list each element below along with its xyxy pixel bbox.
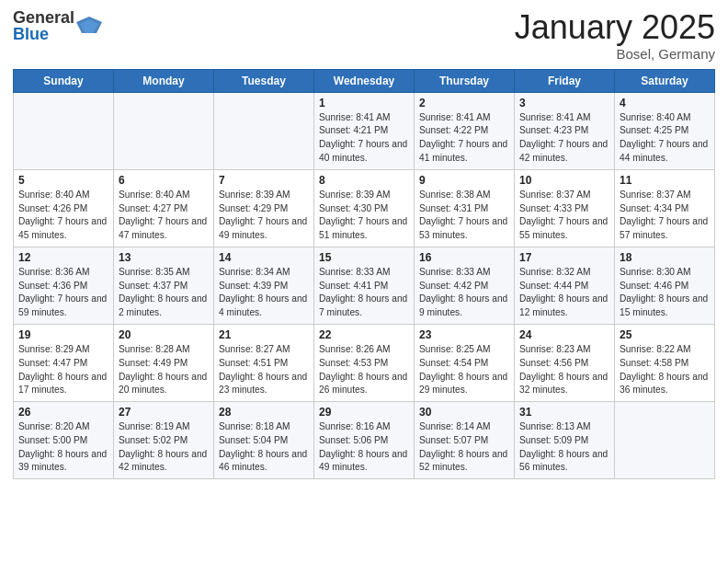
day-cell: 25Sunrise: 8:22 AM Sunset: 4:58 PM Dayli…: [615, 324, 715, 401]
page-container: General Blue January 2025 Bosel, Germany…: [0, 0, 728, 492]
day-info: Sunrise: 8:27 AM Sunset: 4:51 PM Dayligh…: [219, 343, 309, 397]
day-cell: 12Sunrise: 8:36 AM Sunset: 4:36 PM Dayli…: [14, 247, 114, 324]
day-cell: 30Sunrise: 8:14 AM Sunset: 5:07 PM Dayli…: [415, 402, 515, 479]
logo-blue: Blue: [13, 26, 74, 42]
day-number: 11: [620, 174, 710, 187]
day-cell: 13Sunrise: 8:35 AM Sunset: 4:37 PM Dayli…: [114, 247, 214, 324]
day-info: Sunrise: 8:33 AM Sunset: 4:42 PM Dayligh…: [419, 266, 509, 320]
day-cell: 27Sunrise: 8:19 AM Sunset: 5:02 PM Dayli…: [114, 402, 214, 479]
logo-icon: [76, 13, 102, 39]
day-cell: 20Sunrise: 8:28 AM Sunset: 4:49 PM Dayli…: [114, 324, 214, 401]
day-number: 14: [219, 251, 309, 264]
day-info: Sunrise: 8:30 AM Sunset: 4:46 PM Dayligh…: [620, 266, 710, 320]
day-number: 23: [419, 328, 509, 341]
day-number: 10: [519, 174, 609, 187]
day-info: Sunrise: 8:14 AM Sunset: 5:07 PM Dayligh…: [419, 420, 509, 475]
day-info: Sunrise: 8:37 AM Sunset: 4:33 PM Dayligh…: [519, 189, 609, 243]
day-number: 15: [319, 251, 409, 264]
day-info: Sunrise: 8:16 AM Sunset: 5:06 PM Dayligh…: [319, 420, 409, 475]
day-cell: 23Sunrise: 8:25 AM Sunset: 4:54 PM Dayli…: [415, 324, 515, 401]
day-cell: 6Sunrise: 8:40 AM Sunset: 4:27 PM Daylig…: [114, 169, 214, 247]
week-row-2: 12Sunrise: 8:36 AM Sunset: 4:36 PM Dayli…: [14, 247, 715, 324]
day-number: 17: [519, 251, 609, 264]
day-cell: 2Sunrise: 8:41 AM Sunset: 4:22 PM Daylig…: [415, 92, 515, 169]
day-info: Sunrise: 8:25 AM Sunset: 4:54 PM Dayligh…: [419, 343, 509, 397]
logo-general: General: [13, 9, 74, 26]
day-info: Sunrise: 8:39 AM Sunset: 4:29 PM Dayligh…: [219, 189, 309, 243]
calendar-table: Sunday Monday Tuesday Wednesday Thursday…: [13, 69, 715, 480]
day-cell: 1Sunrise: 8:41 AM Sunset: 4:21 PM Daylig…: [314, 92, 415, 169]
week-row-1: 5Sunrise: 8:40 AM Sunset: 4:26 PM Daylig…: [14, 169, 715, 247]
day-number: 31: [519, 406, 609, 419]
day-cell: 5Sunrise: 8:40 AM Sunset: 4:26 PM Daylig…: [14, 169, 114, 247]
day-cell: [114, 92, 214, 169]
col-sunday: Sunday: [14, 69, 114, 92]
day-cell: 11Sunrise: 8:37 AM Sunset: 4:34 PM Dayli…: [615, 169, 715, 247]
day-number: 28: [219, 406, 309, 419]
day-number: 2: [419, 97, 509, 109]
day-cell: 31Sunrise: 8:13 AM Sunset: 5:09 PM Dayli…: [515, 402, 615, 479]
day-cell: 29Sunrise: 8:16 AM Sunset: 5:06 PM Dayli…: [314, 402, 415, 479]
day-cell: 21Sunrise: 8:27 AM Sunset: 4:51 PM Dayli…: [214, 324, 314, 401]
calendar-title: January 2025: [515, 9, 715, 46]
day-cell: 15Sunrise: 8:33 AM Sunset: 4:41 PM Dayli…: [314, 247, 415, 324]
week-row-4: 26Sunrise: 8:20 AM Sunset: 5:00 PM Dayli…: [14, 402, 715, 479]
day-number: 1: [319, 97, 409, 109]
day-info: Sunrise: 8:41 AM Sunset: 4:21 PM Dayligh…: [319, 111, 409, 166]
day-cell: 9Sunrise: 8:38 AM Sunset: 4:31 PM Daylig…: [415, 169, 515, 247]
day-info: Sunrise: 8:32 AM Sunset: 4:44 PM Dayligh…: [519, 266, 609, 320]
page-header: General Blue January 2025 Bosel, Germany: [13, 9, 715, 62]
title-block: January 2025 Bosel, Germany: [515, 9, 715, 62]
day-info: Sunrise: 8:22 AM Sunset: 4:58 PM Dayligh…: [620, 343, 710, 397]
day-info: Sunrise: 8:33 AM Sunset: 4:41 PM Dayligh…: [319, 266, 409, 320]
col-wednesday: Wednesday: [314, 69, 415, 92]
col-tuesday: Tuesday: [214, 69, 314, 92]
day-number: 24: [519, 328, 609, 341]
day-number: 5: [18, 174, 108, 187]
day-number: 12: [18, 251, 108, 264]
day-info: Sunrise: 8:34 AM Sunset: 4:39 PM Dayligh…: [219, 266, 309, 320]
day-info: Sunrise: 8:36 AM Sunset: 4:36 PM Dayligh…: [18, 266, 108, 320]
day-number: 18: [620, 251, 710, 264]
day-info: Sunrise: 8:35 AM Sunset: 4:37 PM Dayligh…: [119, 266, 209, 320]
day-info: Sunrise: 8:40 AM Sunset: 4:27 PM Dayligh…: [119, 189, 209, 243]
col-saturday: Saturday: [615, 69, 715, 92]
day-cell: 7Sunrise: 8:39 AM Sunset: 4:29 PM Daylig…: [214, 169, 314, 247]
day-number: 3: [519, 97, 609, 109]
day-cell: 14Sunrise: 8:34 AM Sunset: 4:39 PM Dayli…: [214, 247, 314, 324]
day-info: Sunrise: 8:26 AM Sunset: 4:53 PM Dayligh…: [319, 343, 409, 397]
day-info: Sunrise: 8:23 AM Sunset: 4:56 PM Dayligh…: [519, 343, 609, 397]
day-info: Sunrise: 8:20 AM Sunset: 5:00 PM Dayligh…: [18, 420, 108, 475]
day-number: 27: [119, 406, 209, 419]
day-cell: [214, 92, 314, 169]
day-number: 25: [620, 328, 710, 341]
day-number: 6: [119, 174, 209, 187]
col-monday: Monday: [114, 69, 214, 92]
day-cell: 3Sunrise: 8:41 AM Sunset: 4:23 PM Daylig…: [515, 92, 615, 169]
day-number: 30: [419, 406, 509, 419]
day-number: 13: [119, 251, 209, 264]
week-row-0: 1Sunrise: 8:41 AM Sunset: 4:21 PM Daylig…: [14, 92, 715, 169]
day-number: 8: [319, 174, 409, 187]
day-number: 19: [18, 328, 108, 341]
day-info: Sunrise: 8:39 AM Sunset: 4:30 PM Dayligh…: [319, 189, 409, 243]
day-number: 21: [219, 328, 309, 341]
day-cell: 24Sunrise: 8:23 AM Sunset: 4:56 PM Dayli…: [515, 324, 615, 401]
day-number: 29: [319, 406, 409, 419]
day-info: Sunrise: 8:28 AM Sunset: 4:49 PM Dayligh…: [119, 343, 209, 397]
logo: General Blue: [13, 9, 102, 42]
day-number: 16: [419, 251, 509, 264]
day-cell: 18Sunrise: 8:30 AM Sunset: 4:46 PM Dayli…: [615, 247, 715, 324]
day-info: Sunrise: 8:37 AM Sunset: 4:34 PM Dayligh…: [620, 189, 710, 243]
day-cell: 19Sunrise: 8:29 AM Sunset: 4:47 PM Dayli…: [14, 324, 114, 401]
day-number: 9: [419, 174, 509, 187]
day-number: 22: [319, 328, 409, 341]
day-cell: 17Sunrise: 8:32 AM Sunset: 4:44 PM Dayli…: [515, 247, 615, 324]
day-cell: [615, 402, 715, 479]
day-number: 7: [219, 174, 309, 187]
day-info: Sunrise: 8:19 AM Sunset: 5:02 PM Dayligh…: [119, 420, 209, 475]
day-info: Sunrise: 8:18 AM Sunset: 5:04 PM Dayligh…: [219, 420, 309, 475]
day-info: Sunrise: 8:38 AM Sunset: 4:31 PM Dayligh…: [419, 189, 509, 243]
day-header-row: Sunday Monday Tuesday Wednesday Thursday…: [14, 69, 715, 92]
col-friday: Friday: [515, 69, 615, 92]
